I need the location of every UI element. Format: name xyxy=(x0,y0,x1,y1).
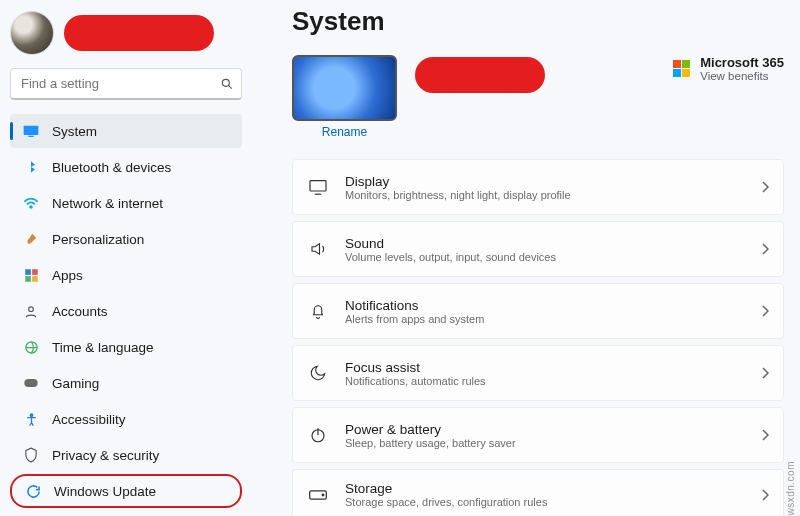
profile-name-redacted xyxy=(64,15,214,51)
speaker-icon xyxy=(307,240,329,258)
bell-icon xyxy=(307,301,329,321)
chevron-right-icon xyxy=(761,367,769,379)
search-icon xyxy=(220,77,234,91)
svg-point-4 xyxy=(30,206,32,208)
wifi-icon xyxy=(22,196,40,210)
svg-rect-13 xyxy=(310,181,326,191)
sidebar-item-personalization[interactable]: Personalization xyxy=(10,222,242,256)
drive-icon xyxy=(307,488,329,502)
sidebar-item-accounts[interactable]: Accounts xyxy=(10,294,242,328)
ms365-title: Microsoft 365 xyxy=(700,55,784,70)
sidebar-item-label: Windows Update xyxy=(54,484,156,499)
svg-rect-5 xyxy=(25,269,31,275)
sidebar: System Bluetooth & devices Network & int… xyxy=(0,0,252,516)
avatar[interactable] xyxy=(10,11,54,55)
setting-title: Power & battery xyxy=(345,422,516,437)
setting-title: Storage xyxy=(345,481,547,496)
gamepad-icon xyxy=(22,377,40,389)
setting-item-power-battery[interactable]: Power & battery Sleep, battery usage, ba… xyxy=(292,407,784,463)
svg-point-18 xyxy=(322,494,324,496)
sidebar-item-label: Gaming xyxy=(52,376,99,391)
shield-icon xyxy=(22,447,40,463)
setting-title: Display xyxy=(345,174,571,189)
setting-item-focus-assist[interactable]: Focus assist Notifications, automatic ru… xyxy=(292,345,784,401)
page-title: System xyxy=(292,0,796,55)
setting-sub: Monitors, brightness, night light, displ… xyxy=(345,189,571,201)
chevron-right-icon xyxy=(761,181,769,193)
brush-icon xyxy=(22,231,40,247)
ms365-card[interactable]: Microsoft 365 View benefits xyxy=(673,55,784,82)
setting-sub: Storage space, drives, configuration rul… xyxy=(345,496,547,508)
sidebar-item-accessibility[interactable]: Accessibility xyxy=(10,402,242,436)
setting-title: Sound xyxy=(345,236,556,251)
svg-line-1 xyxy=(228,85,231,88)
rename-link[interactable]: Rename xyxy=(322,125,367,139)
chevron-right-icon xyxy=(761,305,769,317)
setting-item-notifications[interactable]: Notifications Alerts from apps and syste… xyxy=(292,283,784,339)
sidebar-item-network[interactable]: Network & internet xyxy=(10,186,242,220)
chevron-right-icon xyxy=(761,243,769,255)
profile-row xyxy=(10,8,242,58)
setting-item-sound[interactable]: Sound Volume levels, output, input, soun… xyxy=(292,221,784,277)
watermark: wsxdn.com xyxy=(785,461,796,516)
svg-point-9 xyxy=(29,306,34,311)
sidebar-item-label: Privacy & security xyxy=(52,448,159,463)
setting-sub: Notifications, automatic rules xyxy=(345,375,486,387)
main-pane: System Rename Microsoft 365 View benefit… xyxy=(292,0,796,516)
setting-title: Notifications xyxy=(345,298,484,313)
display-icon xyxy=(22,125,40,137)
sidebar-item-label: Time & language xyxy=(52,340,154,355)
setting-item-display[interactable]: Display Monitors, brightness, night ligh… xyxy=(292,159,784,215)
power-icon xyxy=(307,426,329,444)
setting-sub: Alerts from apps and system xyxy=(345,313,484,325)
ms365-sub: View benefits xyxy=(700,70,784,82)
device-thumbnail[interactable] xyxy=(292,55,397,121)
sidebar-nav: System Bluetooth & devices Network & int… xyxy=(10,114,242,508)
sidebar-item-apps[interactable]: Apps xyxy=(10,258,242,292)
monitor-icon xyxy=(307,179,329,195)
device-tile: Rename xyxy=(292,55,397,139)
chevron-right-icon xyxy=(761,429,769,441)
sidebar-item-privacy-security[interactable]: Privacy & security xyxy=(10,438,242,472)
setting-item-storage[interactable]: Storage Storage space, drives, configura… xyxy=(292,469,784,516)
sidebar-item-label: Bluetooth & devices xyxy=(52,160,171,175)
search xyxy=(10,68,242,100)
settings-list: Display Monitors, brightness, night ligh… xyxy=(292,159,796,516)
svg-point-12 xyxy=(30,413,33,416)
chevron-right-icon xyxy=(761,489,769,501)
search-input[interactable] xyxy=(10,68,242,100)
device-name-redacted xyxy=(415,57,545,93)
sidebar-item-label: Accessibility xyxy=(52,412,126,427)
setting-sub: Sleep, battery usage, battery saver xyxy=(345,437,516,449)
clock-globe-icon xyxy=(22,340,40,355)
sidebar-item-label: Personalization xyxy=(52,232,144,247)
sidebar-item-system[interactable]: System xyxy=(10,114,242,148)
accessibility-icon xyxy=(22,412,40,427)
bluetooth-icon xyxy=(22,159,40,175)
sidebar-item-windows-update[interactable]: Windows Update xyxy=(10,474,242,508)
sidebar-item-gaming[interactable]: Gaming xyxy=(10,366,242,400)
setting-sub: Volume levels, output, input, sound devi… xyxy=(345,251,556,263)
sidebar-item-label: Accounts xyxy=(52,304,108,319)
svg-point-0 xyxy=(222,79,229,86)
sidebar-item-label: Network & internet xyxy=(52,196,163,211)
sidebar-item-label: System xyxy=(52,124,97,139)
svg-rect-6 xyxy=(32,269,38,275)
svg-rect-8 xyxy=(32,276,38,282)
update-icon xyxy=(24,484,42,499)
moon-icon xyxy=(307,364,329,382)
svg-rect-3 xyxy=(28,136,33,137)
device-hero: Rename Microsoft 365 View benefits xyxy=(292,55,796,139)
sidebar-item-label: Apps xyxy=(52,268,83,283)
svg-rect-11 xyxy=(24,379,37,387)
person-icon xyxy=(22,304,40,319)
svg-rect-7 xyxy=(25,276,31,282)
sidebar-item-time-language[interactable]: Time & language xyxy=(10,330,242,364)
sidebar-item-bluetooth[interactable]: Bluetooth & devices xyxy=(10,150,242,184)
svg-rect-2 xyxy=(24,126,39,135)
microsoft-logo-icon xyxy=(673,60,690,77)
apps-icon xyxy=(22,268,40,283)
setting-title: Focus assist xyxy=(345,360,486,375)
